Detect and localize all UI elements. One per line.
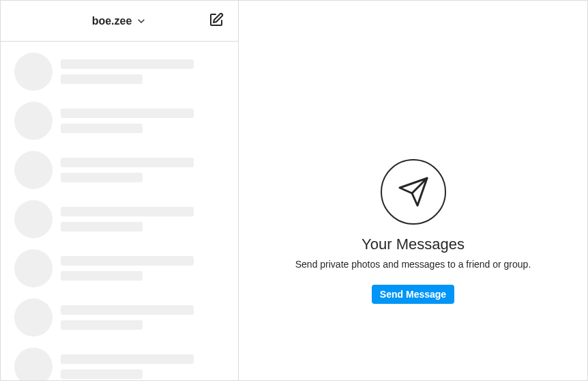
skeleton-line xyxy=(61,124,143,133)
skeleton-line xyxy=(61,222,143,231)
compose-icon xyxy=(208,12,224,31)
chat-item[interactable] xyxy=(1,342,238,380)
username-label: boe.zee xyxy=(92,15,132,27)
skeleton-line xyxy=(61,256,194,266)
skeleton-line xyxy=(61,109,194,118)
empty-state-subtitle: Send private photos and messages to a fr… xyxy=(295,259,531,270)
avatar-skeleton xyxy=(14,151,53,189)
chevron-down-icon xyxy=(136,16,147,27)
chat-text-skeleton xyxy=(61,158,224,182)
avatar-skeleton xyxy=(14,249,53,287)
chat-text-skeleton xyxy=(61,305,224,330)
avatar-skeleton xyxy=(14,53,53,91)
avatar-skeleton xyxy=(14,348,53,380)
skeleton-line xyxy=(61,74,143,84)
chat-item[interactable] xyxy=(1,244,238,293)
username-selector[interactable]: boe.zee xyxy=(92,15,147,27)
avatar-skeleton xyxy=(14,298,53,337)
skeleton-line xyxy=(61,354,194,364)
skeleton-line xyxy=(61,158,194,167)
chat-item[interactable] xyxy=(1,293,238,342)
skeleton-line xyxy=(61,320,143,330)
skeleton-line xyxy=(61,173,143,182)
empty-state-title: Your Messages xyxy=(362,236,465,253)
skeleton-line xyxy=(61,207,194,216)
avatar-skeleton xyxy=(14,200,53,238)
paper-plane-icon xyxy=(381,159,446,225)
skeleton-line xyxy=(61,305,194,315)
sidebar-header: boe.zee xyxy=(1,1,238,42)
skeleton-line xyxy=(61,59,194,69)
skeleton-line xyxy=(61,271,143,281)
chat-text-skeleton xyxy=(61,59,224,84)
chat-item[interactable] xyxy=(1,47,238,96)
empty-state: Your Messages Send private photos and me… xyxy=(295,159,531,304)
chat-list xyxy=(1,42,238,380)
chat-text-skeleton xyxy=(61,256,224,281)
chat-text-skeleton xyxy=(61,207,224,231)
compose-button[interactable] xyxy=(208,12,224,31)
main-panel: Your Messages Send private photos and me… xyxy=(239,1,587,380)
chat-item[interactable] xyxy=(1,96,238,145)
avatar-skeleton xyxy=(14,102,53,140)
chat-item[interactable] xyxy=(1,195,238,244)
chat-text-skeleton xyxy=(61,354,224,379)
send-message-button[interactable]: Send Message xyxy=(372,285,454,304)
skeleton-line xyxy=(61,369,143,379)
sidebar: boe.zee xyxy=(1,1,239,380)
chat-text-skeleton xyxy=(61,109,224,133)
chat-item[interactable] xyxy=(1,145,238,195)
app-container: boe.zee xyxy=(0,0,588,381)
